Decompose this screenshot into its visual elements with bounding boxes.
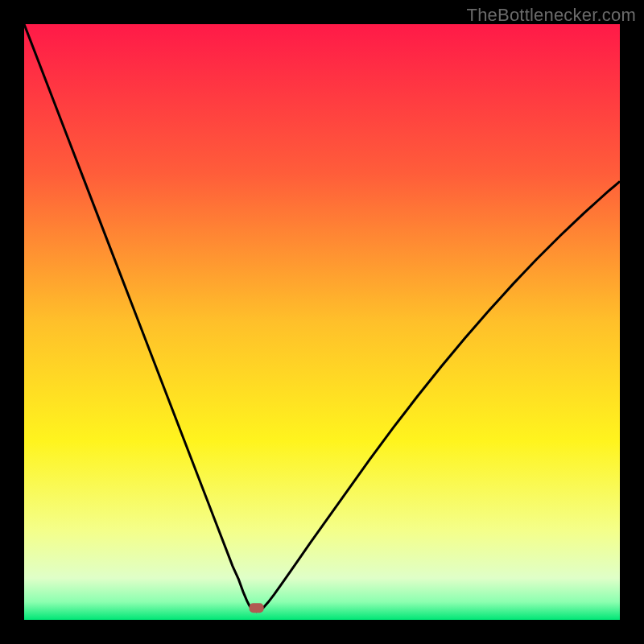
chart-frame: TheBottlenecker.com [0,0,644,644]
plot-area [24,24,620,620]
data-marker [250,603,264,613]
chart-svg [24,24,620,620]
watermark-text: TheBottlenecker.com [467,5,636,26]
chart-background [24,24,620,620]
